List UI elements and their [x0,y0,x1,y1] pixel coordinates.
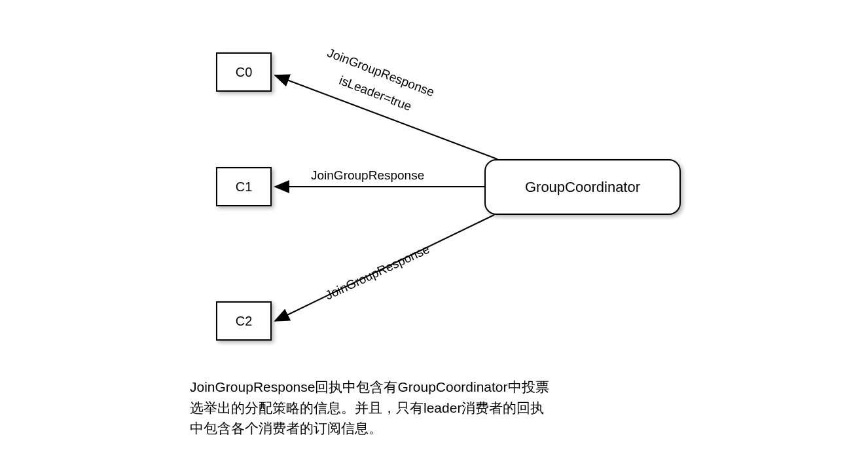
consumer-c0-label: C0 [236,65,253,80]
diagram-container: C0 C1 C2 GroupCoordinator JoinGroupRespo… [183,39,707,432]
consumer-c1-label: C1 [236,179,253,195]
arrow-to-c0 [275,75,497,159]
diagram-caption: JoinGroupResponse回执中包含有GroupCoordinator中… [190,377,556,439]
consumer-c1-box: C1 [216,167,272,206]
group-coordinator-label: GroupCoordinator [525,179,640,196]
edge-label-c2: JoinGroupResponse [323,242,431,303]
consumer-c2-box: C2 [216,301,272,341]
group-coordinator-box: GroupCoordinator [484,159,681,215]
edge-label-c1: JoinGroupResponse [311,168,424,183]
connectors-svg [183,39,707,432]
consumer-c2-label: C2 [236,314,253,329]
consumer-c0-box: C0 [216,52,272,92]
